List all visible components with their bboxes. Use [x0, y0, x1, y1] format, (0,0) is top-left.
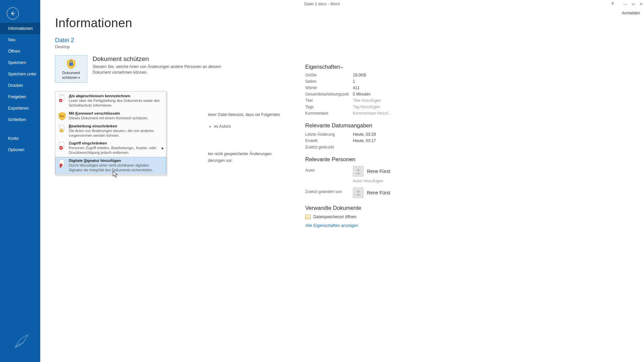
nav-informationen[interactable]: Informationen: [0, 23, 40, 34]
show-all-properties-link[interactable]: Alle Eigenschaften anzeigen: [305, 223, 358, 228]
restore-button[interactable]: ▭: [632, 2, 635, 6]
doc-lock-icon: [57, 124, 67, 133]
back-button[interactable]: [7, 7, 19, 19]
titlebar: Datei 2.docx - Word ? — ▭ ✕: [0, 0, 644, 8]
shield-lock-icon: [65, 58, 77, 69]
date-printed: Zuletzt gedruckt: [305, 145, 446, 149]
menu-encrypt-desc: Dieses Dokument mit einem Kennwort schüt…: [69, 116, 163, 120]
document-location: Desktop: [55, 45, 644, 49]
versions-snippet-2: derungen vor.: [208, 158, 232, 164]
nav-exportieren[interactable]: Exportieren: [0, 103, 40, 114]
page-title: Informationen: [55, 16, 644, 30]
nav-drucken[interactable]: Drucken: [0, 80, 40, 91]
menu-restrict-access[interactable]: Zugriff einschränkenPersonen Zugriff ert…: [55, 139, 166, 157]
menu-signature-desc: Durch Hinzufügen einer nicht sichtbaren …: [69, 163, 163, 173]
inspect-snippet-1: ieser Datei bewusst, dass sie Folgendes: [208, 112, 280, 118]
menu-encrypt-password[interactable]: Mit Kennwort verschlüsselnDieses Dokumen…: [55, 110, 166, 122]
menu-restrict-access-title: Zugriff einschränken: [69, 141, 163, 145]
document-name: Datei 2: [55, 37, 644, 44]
prop-size: Größe19,0KB: [305, 73, 446, 77]
open-file-location[interactable]: Dateispeicherort öffnen: [305, 215, 446, 219]
protect-document-menu: Als abgeschlossen kennzeichnenLeser über…: [55, 91, 166, 175]
nav-optionen[interactable]: Optionen: [0, 144, 40, 156]
menu-restrict-edit-desc: Die Arten von Änderungen steuern, die vo…: [69, 128, 163, 138]
doc-no-entry-icon: [57, 141, 67, 150]
menu-signature-title: Digitale Signatur hinzufügen: [69, 159, 163, 163]
protect-section-title: Dokument schützen: [93, 55, 233, 63]
nav-freigeben[interactable]: Freigeben: [0, 91, 40, 103]
properties-header[interactable]: Eigenschaften: [305, 64, 446, 70]
protect-section-text: Dokument schützen Steuern Sie, welche Ar…: [93, 55, 233, 75]
nav-speichern-unter[interactable]: Speichern unter: [0, 68, 40, 80]
protect-button-label: Dokumentschützen: [62, 71, 80, 80]
help-icon[interactable]: ?: [611, 0, 614, 8]
modified-by-row: Zuletzt geändert von Rene Fürst: [305, 187, 446, 198]
window-controls: — ▭ ✕: [623, 0, 643, 8]
submenu-arrow-icon: ▶: [162, 146, 164, 150]
people-header: Relevante Personen: [305, 156, 446, 163]
menu-mark-final[interactable]: Als abgeschlossen kennzeichnenLeser über…: [55, 92, 166, 110]
menu-digital-signature[interactable]: Digitale Signatur hinzufügenDurch Hinzuf…: [55, 157, 166, 174]
prop-title[interactable]: TitelTitel hinzufügen: [305, 98, 446, 103]
nav-neu[interactable]: Neu: [0, 34, 40, 46]
author-avatar[interactable]: [353, 166, 364, 177]
nav-konto[interactable]: Konto: [0, 133, 40, 144]
svg-point-1: [357, 169, 360, 171]
doc-ribbon-icon: [57, 159, 67, 168]
prop-comments[interactable]: KommentareKommentare hinzuf…: [305, 111, 446, 116]
dates-header: Relevante Datumsangaben: [305, 122, 446, 129]
svg-point-12: [60, 164, 62, 166]
svg-rect-10: [60, 147, 62, 148]
app-watermark-icon: [12, 332, 31, 352]
author-name: Rene Fürst: [367, 169, 390, 174]
back-arrow-icon: [10, 10, 16, 16]
menu-restrict-access-desc: Personen Zugriff erteilen, Bearbeitungs-…: [69, 145, 163, 155]
prop-words: Wörter411: [305, 85, 446, 90]
backstage-sidebar: Informationen Neu Öffnen Speichern Speic…: [0, 0, 40, 362]
svg-point-2: [357, 190, 360, 193]
nav-schliessen[interactable]: Schließen: [0, 114, 40, 125]
modified-by-avatar[interactable]: [353, 187, 364, 198]
nav-speichern[interactable]: Speichern: [0, 57, 40, 68]
protect-document-button[interactable]: Dokumentschützen: [55, 55, 87, 83]
doc-checkmark-icon: [57, 94, 67, 103]
menu-restrict-edit-title: Bearbeitung einschränken: [69, 124, 163, 128]
menu-encrypt-title: Mit Kennwort verschlüsseln: [69, 111, 163, 115]
date-modified: Letzte ÄnderungHeute, 03:29: [305, 132, 446, 137]
nav-oeffnen[interactable]: Öffnen: [0, 46, 40, 57]
window-title: Datei 2.docx - Word: [304, 0, 340, 8]
prop-tags[interactable]: TagsTag hinzufügen: [305, 105, 446, 109]
inspect-snippet-bullet: es Autors: [207, 123, 231, 130]
modified-by-name: Rene Fürst: [367, 190, 390, 195]
prop-pages: Seiten1: [305, 79, 446, 84]
svg-rect-0: [69, 63, 73, 66]
prop-edit-time: Gesamtbearbeitungszeit0 Minuten: [305, 92, 446, 97]
protect-section-desc: Steuern Sie, welche Arten von Änderungen…: [93, 64, 233, 75]
svg-rect-7: [60, 130, 63, 132]
minimize-button[interactable]: —: [623, 2, 627, 6]
date-created: ErstelltHeute, 03:17: [305, 138, 446, 143]
menu-mark-final-desc: Leser über die Fertigstellung des Dokume…: [69, 98, 163, 108]
add-author-link[interactable]: Autor hinzufügen: [353, 179, 446, 183]
nav-list: Informationen Neu Öffnen Speichern Speic…: [0, 23, 40, 156]
versions-snippet-1: len nicht gespeicherter Änderungen.: [208, 151, 273, 157]
shield-key-icon: [57, 111, 67, 121]
svg-point-4: [59, 99, 62, 102]
content-area: Informationen Datei 2 Desktop Dokumentsc…: [40, 0, 644, 362]
properties-pane: Eigenschaften Größe19,0KB Seiten1 Wörter…: [305, 64, 446, 228]
author-row: Autor Rene Fürst: [305, 166, 446, 177]
close-button[interactable]: ✕: [640, 2, 643, 6]
related-docs-header: Verwandte Dokumente: [305, 205, 446, 211]
menu-mark-final-title: Als abgeschlossen kennzeichnen: [69, 94, 163, 98]
folder-icon: [305, 215, 311, 219]
menu-restrict-editing[interactable]: Bearbeitung einschränkenDie Arten von Än…: [55, 122, 166, 140]
